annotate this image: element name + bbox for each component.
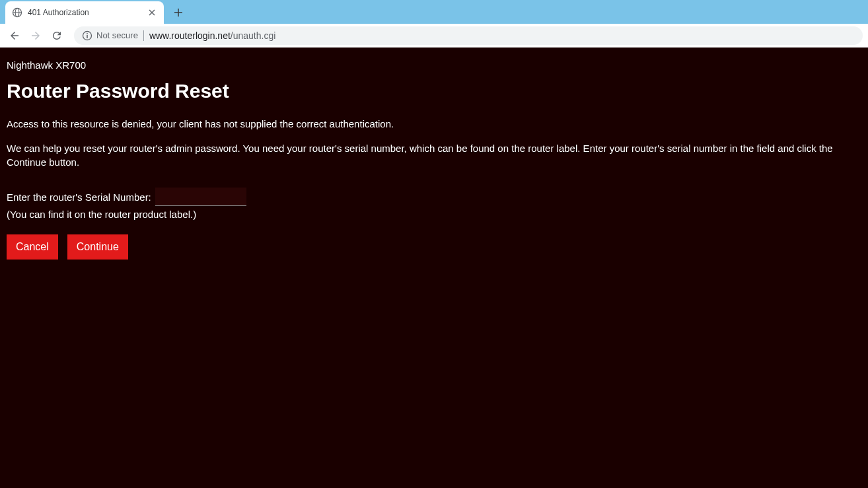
browser-toolbar: Not secure www.routerlogin.net/unauth.cg… xyxy=(0,24,868,48)
cancel-button[interactable]: Cancel xyxy=(7,234,58,260)
forward-button[interactable] xyxy=(26,26,45,45)
security-label: Not secure xyxy=(96,30,138,40)
page-title: Router Password Reset xyxy=(7,80,861,102)
serial-row: Enter the router's Serial Number: xyxy=(7,188,861,206)
url: www.routerlogin.net/unauth.cgi xyxy=(149,30,275,41)
divider xyxy=(143,30,144,41)
reload-button[interactable] xyxy=(48,26,66,45)
tab-title: 401 Authorization xyxy=(28,8,141,17)
url-path: /unauth.cgi xyxy=(231,30,276,41)
continue-button[interactable]: Continue xyxy=(67,234,128,260)
serial-label: Enter the router's Serial Number: xyxy=(7,192,151,203)
button-row: Cancel Continue xyxy=(7,234,861,260)
tab-bar: 401 Authorization xyxy=(0,0,868,24)
browser-tab[interactable]: 401 Authorization xyxy=(5,1,164,24)
page-content: Nighthawk XR700 Router Password Reset Ac… xyxy=(0,48,868,488)
security-indicator: Not secure xyxy=(82,30,138,41)
back-button[interactable] xyxy=(5,26,24,45)
browser-chrome: 401 Authorization Not secure xyxy=(0,0,868,48)
close-icon[interactable] xyxy=(147,7,157,18)
serial-hint: (You can find it on the router product l… xyxy=(7,209,861,220)
address-bar[interactable]: Not secure www.routerlogin.net/unauth.cg… xyxy=(74,26,863,45)
help-text: We can help you reset your router's admi… xyxy=(7,141,861,169)
globe-icon xyxy=(12,7,22,18)
svg-rect-9 xyxy=(87,35,88,38)
svg-point-8 xyxy=(87,33,88,34)
access-denied-text: Access to this resource is denied, your … xyxy=(7,117,861,131)
serial-input[interactable] xyxy=(155,188,246,206)
info-icon xyxy=(82,30,92,41)
url-host: www.routerlogin.net xyxy=(149,30,231,41)
device-name: Nighthawk XR700 xyxy=(7,59,861,71)
new-tab-button[interactable] xyxy=(169,3,188,22)
